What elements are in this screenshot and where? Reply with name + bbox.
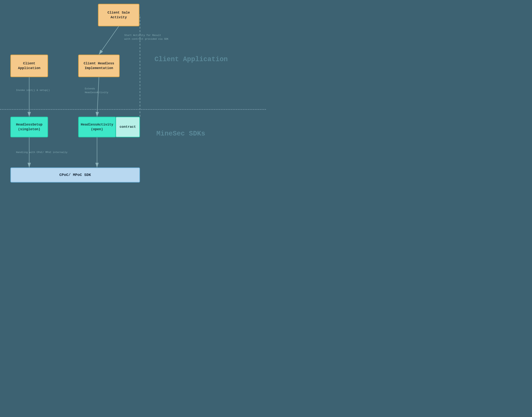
client-application-label: ClientApplication bbox=[18, 61, 41, 71]
section-minesec-sdks-label: MineSec SDKs bbox=[156, 130, 205, 137]
cpoc-mpoc-sdk-label: CPoC/ MPoC SDK bbox=[59, 172, 91, 178]
client-headless-impl-box: Client HeadlessImplementation bbox=[78, 55, 120, 77]
section-client-application-label: Client Application bbox=[154, 55, 228, 63]
headless-activity-label: HeadlessActivity(open) bbox=[81, 122, 113, 132]
label-handling-cpoc: Handling with CPoC/ MPoC internally bbox=[16, 151, 67, 154]
label-extends: ExtendsHeadlessActivity bbox=[85, 87, 108, 94]
contract-label: contract bbox=[120, 125, 136, 129]
headless-setup-label: HeadlessSetup(singleton) bbox=[16, 122, 42, 132]
client-sale-activity-label: Client Sale Activity bbox=[98, 10, 139, 20]
client-headless-impl-label: Client HeadlessImplementation bbox=[84, 61, 114, 71]
contract-box: contract bbox=[116, 117, 140, 137]
cpoc-mpoc-sdk-box: CPoC/ MPoC SDK bbox=[10, 167, 140, 183]
headless-setup-box: HeadlessSetup(singleton) bbox=[10, 117, 48, 137]
label-start-activity: Start Activity for Resultwith contract p… bbox=[124, 33, 168, 41]
section-separator bbox=[0, 109, 266, 110]
svg-line-4 bbox=[97, 77, 99, 117]
headless-activity-box: HeadlessActivity(open) bbox=[78, 117, 116, 137]
client-application-box: ClientApplication bbox=[10, 55, 48, 77]
label-invoke-init: Invoke init() & setup() bbox=[16, 88, 50, 92]
diagram-container: Client Sale Activity ClientApplication C… bbox=[0, 0, 266, 208]
client-sale-activity-box: Client Sale Activity bbox=[98, 4, 139, 26]
svg-line-2 bbox=[99, 26, 119, 55]
